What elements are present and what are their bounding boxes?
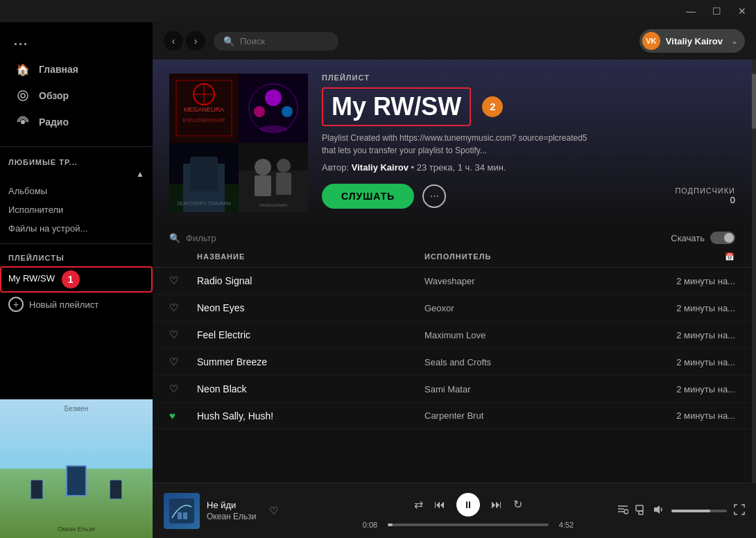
shuffle-button[interactable]: ⇄: [414, 498, 423, 511]
sidebar-item-albums[interactable]: Альбомы: [0, 182, 153, 200]
painting-door: [66, 465, 87, 496]
current-time: 0:08: [358, 521, 382, 529]
painting-title-text: Безмен: [65, 405, 88, 413]
player-like-icon[interactable]: ♡: [269, 505, 278, 517]
playlists-label: ПЛЕЙЛИСТЫ: [8, 254, 65, 262]
svg-rect-19: [190, 157, 218, 191]
player-center: ⇄ ⏮ ⏸ ⏭ ↻ 0:08 4:52: [358, 493, 578, 529]
app-body: ··· 🏠 Главная Обзор Радио ЛЮБИМЫЕ ТР: [0, 22, 756, 538]
player-controls: ⇄ ⏮ ⏸ ⏭ ↻: [414, 493, 522, 517]
user-profile[interactable]: VK Vitaliy Kairov ⌄: [639, 29, 745, 53]
minimize-button[interactable]: —: [682, 4, 700, 18]
playlist-title-box: My RW/SW: [322, 87, 471, 126]
track-time-6: 2 минуты на...: [652, 410, 735, 421]
svg-rect-26: [276, 173, 291, 195]
sidebar-divider-2: [0, 243, 153, 244]
filter-input[interactable]: [186, 233, 302, 243]
user-name: Vitaliy Kairov: [666, 36, 723, 46]
repeat-button[interactable]: ↻: [513, 498, 522, 511]
queue-icon[interactable]: [617, 504, 628, 518]
sidebar-album-art: Безмен Океан Ельзи: [0, 399, 153, 538]
like-icon-3[interactable]: ♡: [169, 329, 197, 341]
painting-door-right: [110, 480, 122, 499]
right-scrollbar[interactable]: [752, 60, 756, 483]
search-box[interactable]: 🔍: [214, 32, 338, 51]
svg-point-23: [255, 159, 271, 175]
track-artist-1: Waveshaper: [424, 276, 652, 286]
volume-icon[interactable]: [653, 504, 664, 518]
next-button[interactable]: ⏭: [491, 498, 502, 511]
svg-text:MEGANEURA: MEGANEURA: [184, 106, 224, 113]
track-name-2: Neon Eyes: [197, 302, 424, 313]
toggle-knob: [724, 233, 734, 243]
volume-bar[interactable]: [671, 510, 727, 512]
tracklist-controls: 🔍 Скачать: [153, 226, 752, 247]
table-row[interactable]: ♡ Neon Eyes Geoxor 2 минуты на...: [153, 295, 752, 322]
scrollbar-thumb: [752, 73, 756, 129]
pause-icon: ⏸: [463, 499, 473, 510]
progress-row: 0:08 4:52: [358, 521, 578, 529]
badge-2: 2: [482, 96, 503, 117]
svg-point-1: [21, 94, 25, 98]
table-row[interactable]: ♡ Feel Electric Maximum Love 2 минуты на…: [153, 322, 752, 349]
sidebar-item-label: Обзор: [39, 90, 69, 101]
download-toggle-switch[interactable]: [710, 232, 735, 244]
table-row[interactable]: ♥ Hush Sally, Hush! Carpenter Brut 2 мин…: [153, 403, 752, 429]
pause-button[interactable]: ⏸: [456, 493, 480, 517]
new-playlist-button[interactable]: + Новый плейлист: [0, 293, 153, 316]
sidebar-more-button[interactable]: ···: [8, 33, 144, 56]
subscribers-label: ПОДПИСЧИКИ: [675, 186, 735, 195]
playlist-header: MEGANEURA EXPLORATION EP: [153, 60, 752, 226]
sidebar-item-artists[interactable]: Исполнители: [0, 200, 153, 219]
devices-icon[interactable]: [635, 504, 646, 518]
svg-point-2: [21, 120, 25, 124]
forward-button[interactable]: ›: [186, 31, 205, 51]
scroll-up-arrow[interactable]: ▲: [136, 169, 144, 179]
search-icon: 🔍: [223, 36, 234, 46]
col-heart: [169, 252, 197, 261]
search-input[interactable]: [240, 36, 323, 46]
prev-button[interactable]: ⏮: [434, 498, 445, 511]
track-artist-4: Seals and Crofts: [424, 357, 652, 367]
sidebar-item-home[interactable]: 🏠 Главная: [8, 56, 144, 83]
table-row[interactable]: ♡ Neon Black Sami Matar 2 минуты на...: [153, 376, 752, 403]
playlist-cover: MEGANEURA EXPLORATION EP: [169, 73, 308, 212]
tracklist: ♡ Radio Signal Waveshaper 2 минуты на...…: [153, 268, 752, 429]
like-icon-6[interactable]: ♥: [169, 410, 197, 422]
track-artist-5: Sami Matar: [424, 384, 652, 394]
player-left: Не йди Океан Ельзи ♡: [164, 493, 358, 529]
track-time-4: 2 минуты на...: [652, 357, 735, 367]
like-icon-1[interactable]: ♡: [169, 275, 197, 287]
close-button[interactable]: ✕: [734, 4, 750, 18]
progress-bar[interactable]: [388, 523, 549, 526]
sidebar-scroll-area[interactable]: ЛЮБИМЫЕ ТР... ▲ Альбомы Исполнители Файл…: [0, 153, 153, 399]
radio-icon: [15, 114, 31, 130]
table-row[interactable]: ♡ Summer Breeze Seals and Crofts 2 минут…: [153, 349, 752, 376]
sidebar-item-browse[interactable]: Обзор: [8, 83, 144, 109]
home-icon: 🏠: [15, 62, 31, 77]
player-bar: Не йди Океан Ельзи ♡ ⇄ ⏮ ⏸ ⏭ ↻ 0:08: [153, 483, 756, 538]
playlist-actions: СЛУШАТЬ ··· ПОДПИСЧИКИ 0: [322, 184, 735, 209]
main-scroll[interactable]: MEGANEURA EXPLORATION EP: [153, 60, 752, 483]
download-label: Скачать: [671, 233, 705, 243]
back-button[interactable]: ‹: [164, 31, 183, 51]
table-row[interactable]: ♡ Radio Signal Waveshaper 2 минуты на...: [153, 268, 752, 295]
sidebar-item-radio[interactable]: Радио: [8, 109, 144, 135]
track-artist-2: Geoxor: [424, 303, 652, 313]
playlist-item-my-rw-sw[interactable]: My RW/SW 1: [0, 266, 153, 293]
play-button[interactable]: СЛУШАТЬ: [322, 184, 414, 209]
maximize-button[interactable]: ☐: [708, 4, 725, 18]
fullscreen-icon[interactable]: [734, 504, 745, 518]
svg-point-13: [254, 106, 265, 117]
painting-door-left: [31, 480, 43, 499]
like-icon-2[interactable]: ♡: [169, 302, 197, 314]
track-time-3: 2 минуты на...: [652, 330, 735, 340]
cover-cell-1: MEGANEURA EXPLORATION EP: [169, 73, 239, 143]
filter-box[interactable]: 🔍: [169, 233, 302, 243]
like-icon-5[interactable]: ♡: [169, 383, 197, 395]
track-name-3: Feel Electric: [197, 329, 424, 340]
more-options-button[interactable]: ···: [422, 184, 446, 208]
sidebar-item-files[interactable]: Файлы на устрой...: [0, 219, 153, 238]
svg-rect-24: [255, 175, 271, 196]
like-icon-4[interactable]: ♡: [169, 356, 197, 368]
